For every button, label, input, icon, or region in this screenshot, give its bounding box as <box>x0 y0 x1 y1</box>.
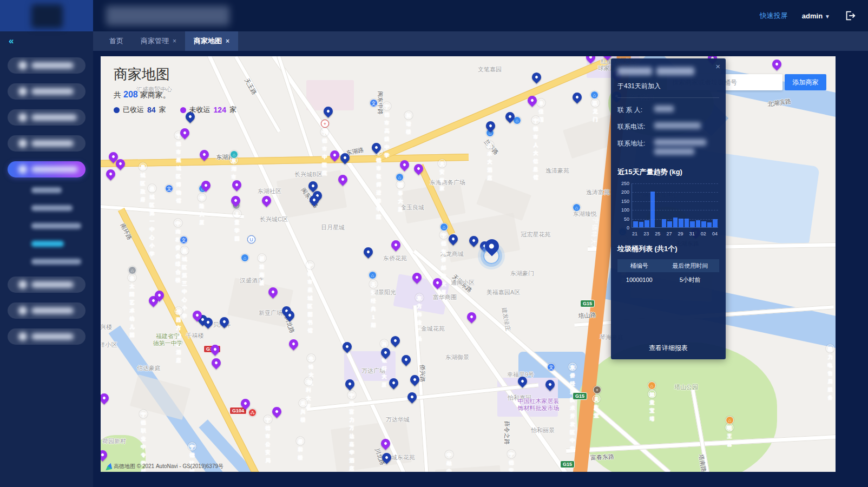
x-tick-label <box>661 231 665 236</box>
map-label: 宁德市高级中学 <box>383 102 391 110</box>
merchant-pin-uncollected[interactable] <box>209 356 222 369</box>
school-icon: 文 <box>165 185 173 193</box>
map-building <box>277 170 347 219</box>
legend-count: 124 <box>214 106 226 114</box>
sidebar-subitem-redacted[interactable] <box>31 223 93 230</box>
chart-bar <box>633 221 638 227</box>
map-building <box>435 465 502 472</box>
sidebar-subitem-redacted[interactable] <box>31 187 93 194</box>
table-row[interactable]: 100001005小时前 <box>617 272 719 287</box>
sidebar-item-redacted[interactable] <box>8 302 86 319</box>
sidebar-item-redacted[interactable] <box>8 161 86 177</box>
pagoda-icon: ⌂ <box>648 381 656 390</box>
merchant-pin-collected[interactable] <box>405 390 418 403</box>
merchant-pin-uncollected[interactable] <box>260 194 273 207</box>
app-header: 快速投屏 admin▼ <box>0 0 868 31</box>
merchant-total: 共208家商家。 <box>114 90 170 100</box>
school-icon: 文 <box>370 99 378 107</box>
user-menu[interactable]: admin▼ <box>802 12 830 20</box>
merchant-pin-collected[interactable] <box>370 141 383 154</box>
cluster-icon: ⁂ <box>248 409 257 417</box>
merchant-pin-collected[interactable] <box>218 315 231 328</box>
tab-label: 商家地图 <box>194 36 222 46</box>
merchant-pin-collected[interactable] <box>570 90 583 103</box>
merchant-pin-uncollected[interactable] <box>465 310 478 323</box>
chart-bar <box>662 219 667 227</box>
sidebar-subitem-label-redacted <box>31 187 62 193</box>
map-label: 宁德安然燃 气有限公司 <box>508 450 516 458</box>
close-tab-icon[interactable]: × <box>173 37 176 45</box>
merchant-pin-uncollected[interactable] <box>270 405 283 418</box>
sidebar-item-icon <box>18 306 27 315</box>
x-tick-label: 23 <box>643 231 649 236</box>
sidebar-item-icon <box>18 280 27 289</box>
quick-cast-link[interactable]: 快速投屏 <box>760 11 788 21</box>
map-label: 东湖御景 <box>445 354 469 361</box>
tab-首页[interactable]: 首页 <box>101 31 132 51</box>
view-detail-report-link[interactable]: 查看详细报表 <box>611 344 726 353</box>
kinder-icon: ⌂ <box>128 266 136 274</box>
market-icon: ⌂ <box>230 150 238 159</box>
sidebar-item-redacted[interactable] <box>8 328 86 345</box>
legend-unit: 家 <box>229 105 236 115</box>
merchant-pin-uncollected[interactable] <box>101 391 111 404</box>
merchant-pin-collected[interactable] <box>389 334 402 347</box>
sidebar-item-redacted[interactable] <box>8 83 86 100</box>
sidebar-subitem-redacted[interactable] <box>31 241 93 248</box>
merchant-pin-uncollected[interactable] <box>287 337 300 350</box>
tab-商家管理[interactable]: 商家管理× <box>132 31 185 51</box>
redacted-text <box>654 139 706 146</box>
road-badge-G15: G15 <box>560 460 575 468</box>
sidebar-item-label-redacted <box>31 307 74 314</box>
legend-dot <box>114 107 120 113</box>
sidebar-collapse-icon[interactable]: « <box>9 36 12 47</box>
merchant-pin-collected[interactable] <box>530 70 543 83</box>
map-label: 美福嘉园A区 <box>486 289 520 296</box>
chart-bar <box>645 220 649 227</box>
sidebar-item-redacted[interactable] <box>8 277 86 293</box>
sidebar-subitem-label-redacted <box>31 241 64 247</box>
sidebar-item-icon <box>18 87 27 96</box>
sidebar-subitem-redacted[interactable] <box>31 259 93 266</box>
logout-icon[interactable] <box>844 10 856 22</box>
map-label: 兰亭路 <box>483 138 500 156</box>
merchant-pin-collected[interactable] <box>399 353 412 366</box>
x-tick-label <box>639 231 642 236</box>
merchant-detail-panel: × 于431天前加入 联 系 人:联系电话:联系地址: 近15天产量趋势 (kg… <box>611 58 726 359</box>
merchant-pin-uncollected[interactable] <box>104 167 117 180</box>
sidebar-subitem-redacted[interactable] <box>31 205 93 212</box>
sidebar-item-redacted[interactable] <box>8 109 86 126</box>
close-tab-icon[interactable]: × <box>226 37 229 45</box>
sidebar-item-redacted[interactable] <box>8 57 86 74</box>
merchant-pin-uncollected[interactable] <box>770 57 783 70</box>
sidebar-item-label-redacted <box>31 281 74 288</box>
close-icon[interactable]: × <box>715 62 720 71</box>
merchant-name-redacted <box>617 67 719 75</box>
x-tick-label <box>673 231 676 236</box>
chart-bar <box>679 219 683 227</box>
contact-field: 联 系 人: <box>617 106 719 115</box>
sidebar-item-icon <box>18 139 27 148</box>
joined-days: 于431天前加入 <box>617 82 719 91</box>
merchant-pin-collected[interactable] <box>361 245 374 258</box>
map-label: 郦景阳光 <box>372 289 396 296</box>
map-road <box>413 305 429 472</box>
tab-商家地图[interactable]: 商家地图× <box>185 31 238 51</box>
map-label: 馨和楼 <box>297 437 305 445</box>
merchant-pin-uncollected[interactable] <box>178 126 191 139</box>
gridline <box>632 201 718 202</box>
add-merchant-button[interactable]: 添加商家 <box>785 74 826 90</box>
field-label: 联 系 人: <box>617 106 654 115</box>
sidebar-item-icon <box>18 165 27 174</box>
chart-bar <box>639 222 644 227</box>
school-icon: 文 <box>547 363 555 371</box>
bldg-icon: ⌂ <box>573 203 581 212</box>
bin-list-title: 垃圾桶列表 (共1个) <box>617 244 719 254</box>
sidebar-item-redacted[interactable] <box>8 135 86 152</box>
map-label: 宁德市人大信息馆 <box>532 116 540 124</box>
bin-table-header: 桶编号 <box>617 259 661 272</box>
merchant-pin-uncollected[interactable] <box>230 178 243 191</box>
field-label: 联系地址: <box>617 139 654 148</box>
map-label: 禾兴楼 <box>299 399 307 407</box>
church-icon: + <box>593 386 601 394</box>
